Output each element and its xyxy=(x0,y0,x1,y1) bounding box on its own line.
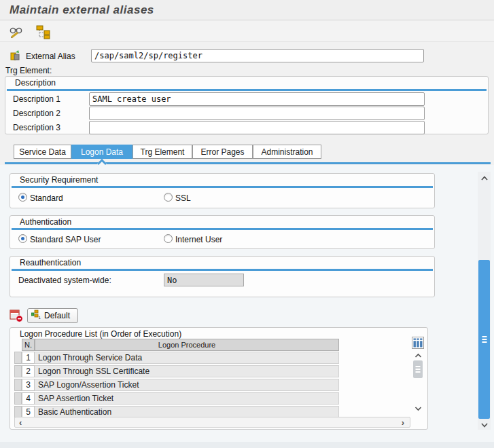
radio-standard[interactable] xyxy=(18,193,27,202)
authentication-groupbox: Authentication Standard SAP User Interne… xyxy=(10,215,435,249)
logon-procedure-list-title: Logon Procedure List (in Order of Execut… xyxy=(20,329,181,339)
row-selector[interactable] xyxy=(14,392,22,405)
main-scroll-up-icon[interactable] xyxy=(478,173,491,183)
bottom-strip xyxy=(0,442,494,448)
row-selector[interactable] xyxy=(14,365,22,377)
cell-procedure[interactable]: SAP Logon/Assertion Ticket xyxy=(35,379,339,391)
external-alias-icon xyxy=(10,50,20,60)
cell-procedure[interactable]: Logon Through SSL Certificate xyxy=(35,365,339,377)
default-button-icon: 1 xyxy=(31,310,41,322)
tab-service-data[interactable]: Service Data xyxy=(14,145,71,159)
authentication-title: Authentication xyxy=(20,217,71,227)
tabstrip-rule xyxy=(5,162,491,164)
hierarchy-icon[interactable] xyxy=(35,24,50,39)
svg-text:1: 1 xyxy=(39,316,41,320)
radio-standard-label[interactable]: Standard xyxy=(30,193,63,203)
table-scroll-up-icon[interactable] xyxy=(412,351,423,360)
reauthentication-rule xyxy=(12,269,433,271)
radio-standard-sap-user[interactable] xyxy=(18,234,27,243)
external-alias-input[interactable]: /sap/saml2/sp/register xyxy=(91,49,424,62)
table-scrollbar-thumb[interactable] xyxy=(413,360,423,378)
tab-error-pages[interactable]: Error Pages xyxy=(192,145,253,159)
table-scroll-down-icon[interactable] xyxy=(412,404,423,413)
deactivated-system-wide-label: Deactivated system-wide: xyxy=(18,276,111,285)
tab-administration[interactable]: Administration xyxy=(253,145,321,159)
description3-input[interactable] xyxy=(89,121,425,134)
reauthentication-title: Reauthentication xyxy=(20,258,81,267)
application-toolbar xyxy=(0,21,494,42)
description1-input[interactable]: SAML create user xyxy=(89,92,425,106)
table-row: 2 Logon Through SSL Certificate xyxy=(14,365,339,377)
delete-row-icon[interactable] xyxy=(10,309,23,322)
sap-maintain-external-aliases-window: Maintain external aliases xyxy=(0,0,494,448)
description-group-title: Description xyxy=(15,78,56,88)
security-requirement-groupbox: Security Requirement Standard SSL xyxy=(10,173,435,208)
row-selector[interactable] xyxy=(14,379,22,391)
cell-procedure[interactable]: Logon Through Service Data xyxy=(35,352,339,364)
cell-n: 2 xyxy=(22,365,35,377)
default-button[interactable]: 1 Default xyxy=(27,308,78,323)
radio-standard-sap-user-label[interactable]: Standard SAP User xyxy=(30,235,101,244)
title-bar: Maintain external aliases xyxy=(0,0,494,20)
security-requirement-rule xyxy=(12,186,433,188)
main-vertical-scrollbar[interactable] xyxy=(478,172,491,430)
description-group-rule xyxy=(7,89,487,91)
description-groupbox: Description Description 1 SAML create us… xyxy=(5,76,489,134)
radio-ssl[interactable] xyxy=(164,193,173,202)
description2-label: Description 2 xyxy=(13,109,60,118)
table-row: 3 SAP Logon/Assertion Ticket xyxy=(14,379,339,391)
table-row: 4 SAP Assertion Ticket xyxy=(14,392,339,405)
description1-label: Description 1 xyxy=(13,94,60,104)
table-settings-icon[interactable] xyxy=(412,337,424,349)
table-vertical-scrollbar[interactable] xyxy=(412,351,423,413)
cell-procedure[interactable]: SAP Assertion Ticket xyxy=(35,392,339,405)
main-scroll-down-icon[interactable] xyxy=(478,420,491,430)
main-scrollbar-thumb[interactable] xyxy=(478,260,490,419)
reauthentication-groupbox: Reauthentication Deactivated system-wide… xyxy=(10,256,435,297)
trg-element-label: Trg Element: xyxy=(5,66,52,75)
cell-n: 1 xyxy=(22,352,35,364)
table-row: 1 Logon Through Service Data xyxy=(14,352,339,364)
table-horizontal-scrollbar[interactable]: ‹ › xyxy=(14,417,410,428)
radio-internet-user[interactable] xyxy=(164,234,173,243)
cell-n: 4 xyxy=(22,392,35,405)
default-button-label: Default xyxy=(44,311,70,320)
display-change-icon[interactable] xyxy=(8,24,23,39)
radio-internet-user-label[interactable]: Internet User xyxy=(175,235,222,244)
column-header-logon-procedure[interactable]: Logon Procedure xyxy=(35,339,339,351)
external-alias-label: External Alias xyxy=(26,52,75,61)
table-scroll-left-icon[interactable]: ‹ xyxy=(19,418,22,428)
deactivated-system-wide-value: No xyxy=(164,274,244,286)
description2-input[interactable] xyxy=(89,107,425,120)
column-header-n[interactable]: N. xyxy=(22,339,35,351)
row-selector[interactable] xyxy=(14,352,22,364)
radio-ssl-label[interactable]: SSL xyxy=(175,193,191,203)
description3-label: Description 3 xyxy=(13,123,60,132)
logon-data-tab-panel: Security Requirement Standard SSL Authen… xyxy=(0,165,494,448)
table-scroll-right-icon[interactable]: › xyxy=(402,418,404,428)
authentication-rule xyxy=(12,228,433,230)
page-title: Maintain external aliases xyxy=(10,3,154,17)
tab-trg-element[interactable]: Trg Element xyxy=(133,145,192,159)
cell-n: 3 xyxy=(22,379,35,391)
security-requirement-title: Security Requirement xyxy=(20,175,98,185)
tab-logon-data[interactable]: Logon Data xyxy=(71,145,133,159)
logon-procedure-list-groupbox: Logon Procedure List (in Order of Execut… xyxy=(10,327,428,430)
